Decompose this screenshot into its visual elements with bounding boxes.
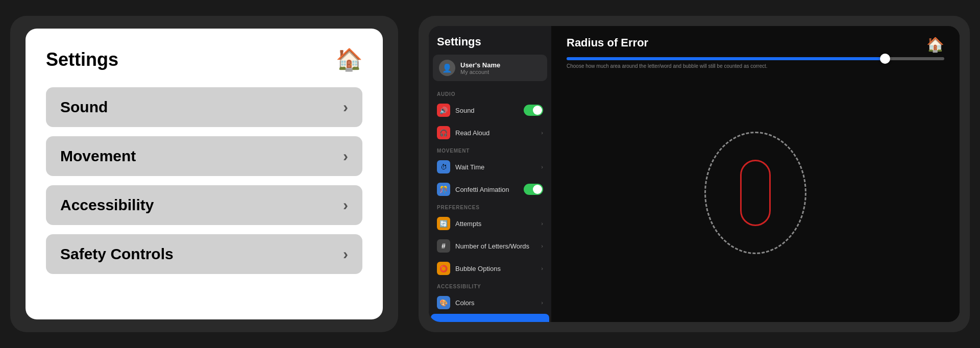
sound-label: Sound [455,107,519,114]
chevron-movement: › [343,147,348,165]
menu-item-movement-label: Movement [60,147,136,165]
bubble-icon: ⭕ [437,262,450,275]
wait-time-label: Wait Time [455,163,536,171]
letters-words-label: Number of Letters/Words [455,242,536,250]
sidebar-item-sound[interactable]: 🔊 Sound [431,99,549,121]
slider-section: Choose how much area around the letter/w… [567,57,944,69]
dashed-circle [704,132,806,254]
confetti-toggle[interactable] [524,184,543,195]
menu-item-accessibility[interactable]: Accessibility › [46,185,362,225]
bubble-chevron: › [541,265,543,271]
user-card[interactable]: 👤 User's Name My account [433,55,547,81]
radius-icon: ◎ [437,318,450,322]
slider-thumb[interactable] [880,54,890,64]
home-icon-right[interactable]: 🏠 [926,36,944,53]
user-name: User's Name [460,61,500,69]
menu-item-safety-label: Safety Controls [60,245,174,263]
colors-icon: 🎨 [437,296,450,309]
menu-item-safety[interactable]: Safety Controls › [46,234,362,274]
wait-time-chevron: › [541,164,543,170]
viz-area [567,74,944,312]
slider-track[interactable] [567,57,944,60]
menu-item-sound-label: Sound [60,98,108,116]
wait-time-icon: ⏱ [437,160,450,173]
radius-label: Radius of Error [455,321,536,322]
sidebar-item-colors[interactable]: 🎨 Colors › [431,291,549,314]
slider-hint: Choose how much area around the letter/w… [567,63,944,69]
left-device: Settings 🏠 Sound › Movement › Accessibil… [10,16,398,332]
sidebar-item-attempts[interactable]: 🔄 Attempts › [431,212,549,235]
colors-chevron: › [541,300,543,306]
right-device: Settings 👤 User's Name My account AUDIO … [419,16,970,332]
read-aloud-icon: 🎧 [437,126,450,139]
main-content: Radius of Error 🏠 Choose how much area a… [551,26,960,322]
sidebar-item-read-aloud[interactable]: 🎧 Read Aloud › [431,121,549,144]
user-info: User's Name My account [460,61,500,75]
main-header: Radius of Error 🏠 [567,36,944,53]
main-title: Radius of Error [567,36,648,49]
user-sub: My account [460,69,500,75]
read-aloud-chevron: › [541,130,543,136]
menu-item-movement[interactable]: Movement › [46,136,362,176]
attempts-chevron: › [541,220,543,227]
sidebar-item-wait-time[interactable]: ⏱ Wait Time › [431,156,549,178]
inner-oval [740,160,771,226]
avatar: 👤 [439,60,455,76]
section-preferences: PREFERENCES [429,201,551,212]
colors-label: Colors [455,299,536,307]
letters-words-icon: # [437,239,450,253]
sidebar-item-radius[interactable]: ◎ Radius of Error › [431,314,549,322]
sidebar-item-bubble[interactable]: ⭕ Bubble Options › [431,257,549,280]
letters-words-chevron: › [541,243,543,249]
left-title: Settings [46,49,118,70]
read-aloud-label: Read Aloud [455,129,536,137]
sidebar-item-confetti[interactable]: 🎊 Confetti Animation [431,178,549,201]
menu-item-accessibility-label: Accessibility [60,196,154,214]
settings-sidebar: Settings 👤 User's Name My account AUDIO … [429,26,551,322]
sound-icon: 🔊 [437,104,450,117]
left-panel: Settings 🏠 Sound › Movement › Accessibil… [26,29,383,319]
attempts-label: Attempts [455,220,536,228]
attempts-icon: 🔄 [437,217,450,230]
home-icon-left[interactable]: 🏠 [336,47,362,72]
section-movement: MOVEMENT [429,144,551,156]
right-panel: Settings 👤 User's Name My account AUDIO … [429,26,960,322]
sidebar-title: Settings [429,35,551,55]
menu-item-sound[interactable]: Sound › [46,87,362,127]
confetti-icon: 🎊 [437,183,450,196]
chevron-safety: › [343,245,348,263]
section-accessibility: ACCESSIBILITY [429,280,551,291]
chevron-accessibility: › [343,196,348,214]
sidebar-item-letters-words[interactable]: # Number of Letters/Words › [431,235,549,257]
confetti-label: Confetti Animation [455,186,519,193]
bubble-label: Bubble Options [455,265,536,272]
chevron-sound: › [343,98,348,116]
left-header: Settings 🏠 [46,47,362,72]
section-audio: AUDIO [429,87,551,99]
sound-toggle[interactable] [524,105,543,116]
